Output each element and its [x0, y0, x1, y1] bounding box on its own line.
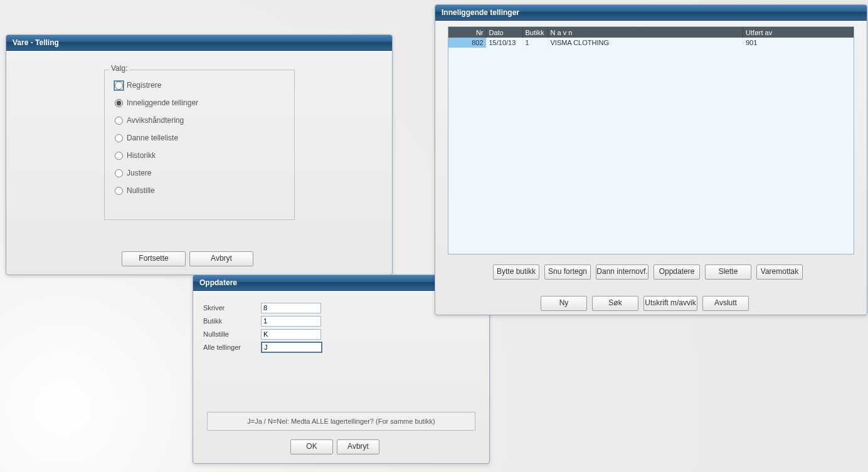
col-utfort[interactable]: Utført av: [743, 27, 854, 38]
varemottak-button[interactable]: Varemottak: [756, 265, 803, 280]
skriver-label: Skriver: [203, 304, 261, 312]
butikk-input[interactable]: [261, 316, 321, 327]
alle-tellinger-row: Alle tellinger: [203, 341, 322, 354]
oppdatere-button[interactable]: Oppdatere: [654, 265, 700, 280]
avslutt-button[interactable]: Avslutt: [702, 296, 749, 311]
butikk-row: Butikk: [203, 315, 322, 327]
avbryt-button[interactable]: Avbryt: [337, 439, 379, 454]
cell-nr: 802: [448, 38, 486, 48]
cell-navn: VISMA CLOTHING: [548, 38, 743, 48]
nullstille-input[interactable]: [261, 329, 321, 340]
col-nr[interactable]: Nr: [448, 27, 486, 38]
option-label: Inneliggende tellinger: [127, 98, 198, 107]
nullstille-row: Nullstille: [203, 328, 322, 340]
option-registrere[interactable]: Registrere: [115, 76, 294, 94]
option-label: Historikk: [127, 151, 156, 160]
col-dato[interactable]: Dato: [486, 27, 522, 38]
radio-justere[interactable]: [115, 169, 123, 177]
radio-danne[interactable]: [115, 134, 123, 142]
alle-tellinger-label: Alle tellinger: [203, 344, 261, 351]
option-label: Danne telleliste: [127, 134, 178, 142]
nullstille-label: Nullstille: [203, 330, 261, 338]
oppdatere-buttons: OK Avbryt: [290, 439, 379, 454]
inneliggende-buttons-2: Ny Søk Utskrift m/avvik Avslutt: [541, 296, 749, 311]
inneliggende-buttons-1: Bytte butikk Snu fortegn Dann internovf.…: [493, 265, 803, 280]
cell-utfort: 901: [743, 38, 854, 48]
skriver-row: Skriver: [203, 302, 322, 314]
ny-button[interactable]: Ny: [541, 296, 587, 311]
option-historikk[interactable]: Historikk: [115, 147, 294, 164]
option-nullstille[interactable]: Nullstille: [115, 182, 294, 199]
cell-butikk: 1: [522, 38, 548, 48]
col-butikk[interactable]: Butikk: [522, 27, 548, 38]
utskrift-button[interactable]: Utskrift m/avvik: [643, 296, 697, 311]
radio-historikk[interactable]: [115, 152, 123, 160]
option-label: Nullstille: [127, 186, 155, 195]
inneliggende-window: Inneliggende tellinger Nr Dato Butikk N …: [435, 4, 867, 315]
slette-button[interactable]: Slette: [705, 265, 751, 280]
snu-fortegn-button[interactable]: Snu fortegn: [544, 265, 591, 280]
sok-button[interactable]: Søk: [592, 296, 638, 311]
option-label: Registrere: [127, 81, 161, 90]
tellinger-table[interactable]: Nr Dato Butikk N a v n Utført av 802 15/…: [448, 27, 854, 48]
option-label: Justere: [127, 169, 151, 177]
inneliggende-title: Inneliggende tellinger: [435, 5, 867, 21]
ok-button[interactable]: OK: [290, 439, 333, 454]
vare-telling-buttons: Fortsette Avbryt: [122, 251, 253, 266]
col-navn[interactable]: N a v n: [548, 27, 743, 38]
table-row[interactable]: 802 15/10/13 1 VISMA CLOTHING 901: [448, 38, 854, 48]
radio-nullstille[interactable]: [115, 187, 123, 195]
option-inneliggende[interactable]: Inneliggende tellinger: [115, 94, 294, 112]
table-header-row: Nr Dato Butikk N a v n Utført av: [448, 27, 854, 38]
cell-dato: 15/10/13: [486, 38, 522, 48]
hint-bar: J=Ja / N=Nei: Medta ALLE lagertellinger?…: [207, 412, 475, 431]
radio-inneliggende[interactable]: [115, 99, 123, 107]
radio-avvik[interactable]: [115, 117, 123, 125]
fortsette-button[interactable]: Fortsette: [122, 251, 186, 266]
option-label: Avvikshåndtering: [127, 116, 184, 125]
vare-telling-title: Vare - Telling: [6, 35, 392, 51]
bytte-butikk-button[interactable]: Bytte butikk: [493, 265, 539, 280]
butikk-label: Butikk: [203, 317, 261, 325]
valg-legend: Valg:: [109, 64, 130, 73]
alle-tellinger-input[interactable]: [261, 342, 322, 353]
vare-telling-window: Vare - Telling Valg: Registrere Inneligg…: [6, 34, 393, 275]
dann-internovf-button[interactable]: Dann internovf.: [596, 265, 648, 280]
option-justere[interactable]: Justere: [115, 164, 294, 182]
tellinger-table-wrap: Nr Dato Butikk N a v n Utført av 802 15/…: [448, 26, 854, 254]
radio-registrere[interactable]: [115, 81, 123, 90]
option-avvik[interactable]: Avvikshåndtering: [115, 112, 294, 129]
skriver-input[interactable]: [261, 303, 321, 313]
valg-fieldset: Valg: Registrere Inneliggende tellinger …: [104, 70, 295, 220]
option-danne[interactable]: Danne telleliste: [115, 129, 294, 147]
avbryt-button[interactable]: Avbryt: [189, 251, 253, 266]
